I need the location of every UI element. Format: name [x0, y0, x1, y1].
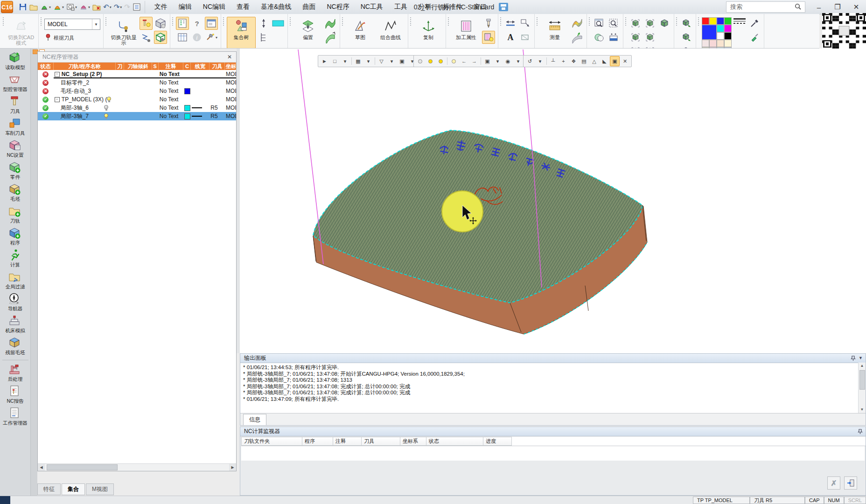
- pink-stripes-button[interactable]: 加工属性: [452, 17, 481, 49]
- sidebar-item-零件[interactable]: 零件: [0, 161, 30, 181]
- sphere-button[interactable]: [593, 31, 606, 44]
- open-folder-icon[interactable]: [28, 1, 39, 13]
- color-swatch[interactable]: [724, 25, 732, 32]
- column-header-线宽[interactable]: 线宽: [191, 63, 210, 70]
- visibility-bulb-icon[interactable]: [107, 97, 111, 102]
- tree-hscrollbar[interactable]: ◀ ▶: [38, 463, 236, 471]
- stop-calculation-icon[interactable]: ✗: [827, 476, 840, 490]
- cube-bulb-button[interactable]: [154, 17, 167, 30]
- color-swatch[interactable]: [709, 40, 717, 47]
- color-swatch[interactable]: [184, 105, 190, 111]
- tab-集合[interactable]: 集合: [62, 483, 85, 495]
- model-canvas[interactable]: [243, 49, 866, 353]
- display-cube-icon[interactable]: ▣: [482, 56, 492, 66]
- forward-icon[interactable]: →: [469, 56, 479, 66]
- move-icon[interactable]: +: [559, 56, 568, 66]
- cube-arrow-button[interactable]: [680, 31, 693, 44]
- align-plane-icon[interactable]: △: [589, 56, 599, 66]
- sidebar-item-车削刀具[interactable]: 车削刀具: [0, 117, 30, 137]
- window-button[interactable]: [205, 17, 218, 30]
- scroll-right-icon[interactable]: ▶: [229, 464, 236, 471]
- csys-delete-icon[interactable]: ✕: [620, 56, 630, 66]
- expand-collapse-icon[interactable]: −: [55, 72, 60, 77]
- menu-文件[interactable]: 文件: [150, 1, 172, 13]
- tab-特征[interactable]: 特征: [37, 483, 61, 495]
- list-check-button[interactable]: [176, 17, 189, 30]
- close-button[interactable]: ✕: [850, 3, 862, 11]
- camera-icon[interactable]: ◉: [503, 56, 513, 66]
- visibility-bulb-icon[interactable]: [104, 113, 108, 119]
- bulb-on-icon[interactable]: [436, 56, 446, 66]
- color-swatch[interactable]: [717, 32, 724, 40]
- undo-icon[interactable]: ↶▾: [102, 1, 112, 13]
- column-header-刀轴倾斜[interactable]: 刀轴倾斜: [124, 63, 152, 70]
- color-swatch[interactable]: [709, 17, 717, 25]
- zoom-dotted-button[interactable]: [607, 17, 620, 30]
- dropdown-icon[interactable]: ▾: [535, 56, 545, 66]
- pink-bulb-button[interactable]: [482, 31, 495, 44]
- cube-arrow-button[interactable]: [680, 45, 693, 49]
- dropdown-icon[interactable]: ▾: [340, 56, 350, 66]
- cube-view-button[interactable]: [643, 31, 656, 44]
- search-input[interactable]: 搜索: [726, 1, 805, 13]
- tree-row-局部-3轴_6[interactable]: ✓局部-3轴_6No TextR5MOD: [38, 104, 236, 112]
- toolpath-button[interactable]: 切换刀轨显示: [109, 17, 138, 49]
- color-swatch[interactable]: [184, 88, 190, 94]
- monitor-column-刀轨文件夹[interactable]: 刀轨文件夹: [241, 437, 302, 446]
- 3d-viewport[interactable]: ►□▾▦▾▽▾▣▾►▾←→▣▾◉▾↺▾┴+❖▤△◣▣✕: [237, 49, 866, 353]
- pin-red-button[interactable]: 根据刀具: [44, 34, 100, 42]
- output-vscrollbar[interactable]: ▲▼: [858, 363, 866, 413]
- surface-button[interactable]: [324, 17, 337, 30]
- bulb-off-icon[interactable]: [415, 56, 425, 66]
- line-style-picker[interactable]: [733, 15, 747, 27]
- pin-icon[interactable]: [851, 356, 856, 361]
- column-header-刀轨/程序名称[interactable]: 刀轨/程序名称: [54, 63, 116, 70]
- tab-info[interactable]: 信息: [243, 414, 266, 425]
- tree-row-毛坯-自动_3[interactable]: ✕毛坯-自动_3No TextMOD: [38, 87, 236, 95]
- filter-icon[interactable]: ▽: [377, 56, 386, 66]
- info-button[interactable]: i: [190, 31, 203, 44]
- plane-icon[interactable]: ▤: [579, 56, 589, 66]
- table-grid-button[interactable]: [176, 31, 189, 44]
- hat-green-icon[interactable]: ▾: [39, 1, 52, 13]
- sketch-button[interactable]: 草图: [346, 17, 375, 49]
- sidebar-item-型腔管理器[interactable]: 型腔管理器: [0, 73, 30, 93]
- monitor-column-进度[interactable]: 进度: [483, 437, 512, 446]
- scroll-thumb[interactable]: [47, 464, 118, 470]
- color-swatch[interactable]: [717, 25, 724, 32]
- gears-icon[interactable]: ❖: [569, 56, 579, 66]
- target-frame-icon[interactable]: ▾: [65, 1, 78, 13]
- cube-view-button[interactable]: [629, 45, 642, 49]
- color-swatch[interactable]: [184, 113, 190, 119]
- color-swatch[interactable]: [702, 40, 709, 47]
- panel-close-icon[interactable]: ✕: [226, 54, 233, 60]
- surface2-button[interactable]: [324, 31, 337, 44]
- monitor-column-刀具[interactable]: 刀具: [362, 437, 400, 446]
- cube-green-button[interactable]: [154, 31, 167, 44]
- cube-view-button[interactable]: [629, 17, 642, 30]
- tool-bulb-button[interactable]: [140, 17, 153, 30]
- eyedropper-icon[interactable]: [748, 17, 761, 30]
- swatch-cyan-button[interactable]: [272, 17, 285, 30]
- dropdown-icon[interactable]: ▾: [513, 56, 523, 66]
- polyline-button[interactable]: 组合曲线: [376, 17, 405, 49]
- tree-row-局部-3轴_7[interactable]: ✓局部-3轴_7No TextR5MOD: [38, 112, 236, 120]
- menu-编辑[interactable]: 编辑: [174, 1, 196, 13]
- cube-arrow-button[interactable]: [680, 17, 693, 30]
- dim-h-button[interactable]: [504, 17, 517, 30]
- menu-NC编辑[interactable]: NC编辑: [198, 1, 230, 13]
- expand-collapse-icon[interactable]: −: [55, 97, 60, 102]
- chevron-down-icon[interactable]: ▼: [92, 19, 100, 29]
- fit-button[interactable]: [607, 31, 620, 44]
- cube-view-button[interactable]: [629, 31, 642, 44]
- save-icon[interactable]: [18, 1, 28, 13]
- color-swatch[interactable]: [702, 17, 709, 25]
- monitor-column-程序[interactable]: 程序: [302, 437, 333, 446]
- sidebar-item-导航器[interactable]: 导航器: [0, 293, 30, 312]
- back-icon[interactable]: ←: [459, 56, 469, 66]
- gray-surface-button[interactable]: [571, 31, 584, 44]
- stamp-pink-icon[interactable]: ▾: [78, 1, 91, 13]
- zoom-window-button[interactable]: [593, 17, 606, 30]
- monitor-column-坐标系[interactable]: 坐标系: [400, 437, 426, 446]
- tree-shapes-button[interactable]: 集合树: [227, 17, 256, 49]
